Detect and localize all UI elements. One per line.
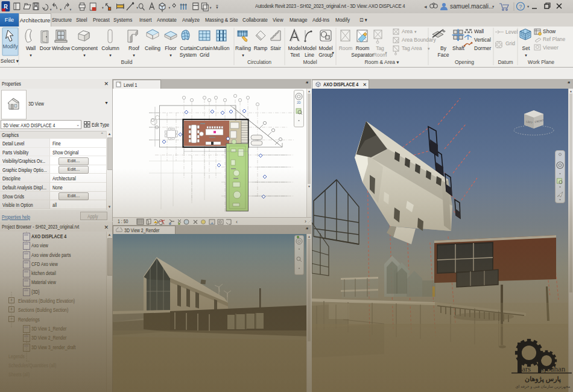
svg-text:▾: ▾	[102, 6, 104, 10]
svg-text:▾: ▾	[83, 53, 86, 57]
svg-text:▾: ▾	[50, 8, 52, 12]
svg-text:Circulation: Circulation	[247, 59, 271, 65]
svg-text:Separator: Separator	[351, 52, 373, 58]
svg-text:▾: ▾	[332, 51, 334, 55]
svg-text:Ramp: Ramp	[254, 45, 268, 51]
svg-text:Room: Room	[339, 45, 353, 51]
svg-text:By: By	[440, 45, 447, 51]
svg-text:Column: Column	[101, 45, 119, 51]
svg-text:▾̿: ▾̿	[216, 4, 218, 10]
svg-text:Viewer: Viewer	[543, 45, 559, 51]
svg-text:▾: ▾	[428, 46, 430, 51]
svg-text:ajouhan: ajouhan	[540, 364, 566, 373]
svg-text:samuel.macali...: samuel.macali...	[450, 3, 493, 10]
svg-text:▾: ▾	[133, 53, 135, 57]
svg-text:Set: Set	[522, 45, 530, 51]
svg-text:▾: ▾	[414, 30, 417, 34]
svg-text:Mullion: Mullion	[214, 45, 230, 51]
svg-text:Level: Level	[505, 29, 518, 35]
svg-text:Model: Model	[318, 45, 332, 51]
svg-text:▾: ▾	[527, 4, 530, 8]
svg-text:Select ▾: Select ▾	[1, 58, 19, 64]
svg-text:Railing: Railing	[235, 45, 251, 51]
svg-text:مجهزترین سازمان فنی و حرفه ای: مجهزترین سازمان فنی و حرفه ای	[516, 384, 571, 389]
svg-text:Area: Area	[402, 28, 413, 34]
svg-text:Wall: Wall	[474, 28, 484, 34]
svg-text:Text: Text	[290, 52, 300, 58]
svg-text:▾: ▾	[525, 53, 527, 57]
svg-text:Room: Room	[356, 45, 370, 51]
svg-text:Floor: Floor	[165, 45, 177, 51]
svg-text:▾: ▾	[210, 6, 212, 10]
svg-text:‹: ‹	[236, 219, 238, 225]
svg-text:Dormer: Dormer	[474, 45, 492, 51]
svg-text:?: ?	[519, 4, 522, 10]
svg-text:Grid: Grid	[200, 52, 209, 58]
svg-text:▾: ▾	[242, 53, 244, 57]
svg-text:Curtain: Curtain	[196, 45, 213, 51]
svg-text:Tag: Tag	[376, 45, 384, 51]
svg-text:Build: Build	[121, 59, 133, 65]
svg-text:Grid: Grid	[505, 40, 515, 46]
svg-text:▾: ▾	[169, 53, 172, 57]
svg-text:Door: Door	[40, 45, 51, 51]
svg-text:▾: ▾	[70, 8, 72, 12]
svg-text:Component: Component	[71, 45, 98, 51]
svg-text:▾: ▾	[30, 53, 32, 57]
svg-text:Show: Show	[543, 28, 556, 34]
svg-text:◂: ◂	[424, 4, 427, 10]
svg-text:Model: Model	[302, 45, 316, 51]
svg-text:2D: 2D	[297, 101, 301, 104]
svg-text:Model: Model	[303, 59, 317, 65]
svg-text:Shaft: Shaft	[452, 45, 464, 51]
svg-text:▾: ▾	[492, 4, 495, 8]
svg-text:Line: Line	[305, 52, 314, 58]
svg-text:Tag Area: Tag Area	[402, 45, 422, 51]
svg-text:Work Plane: Work Plane	[528, 59, 554, 65]
svg-text:Area Boundary: Area Boundary	[402, 37, 436, 43]
svg-text:Vertical: Vertical	[474, 37, 491, 43]
svg-text:Group: Group	[318, 52, 333, 58]
svg-text:Opening: Opening	[455, 59, 474, 65]
svg-text:Curtain: Curtain	[180, 45, 197, 51]
svg-text:▾: ▾	[169, 6, 171, 10]
svg-text:Wall: Wall	[26, 45, 36, 51]
svg-text:Modify: Modify	[2, 43, 18, 49]
svg-text:Room & Area ▾: Room & Area ▾	[364, 59, 399, 65]
svg-text:▾: ▾	[109, 53, 112, 57]
svg-text:پارس پژوهان: پارس پژوهان	[525, 375, 561, 384]
svg-text:Stair: Stair	[270, 45, 281, 51]
svg-text:Roof: Roof	[128, 45, 140, 51]
svg-text:ars: ars	[522, 364, 531, 373]
svg-text:Ceiling: Ceiling	[145, 45, 160, 51]
svg-text:Ref Plane: Ref Plane	[543, 36, 566, 42]
svg-text:Datum: Datum	[498, 59, 513, 65]
svg-text:Face: Face	[438, 52, 449, 58]
svg-text:▾: ▾	[60, 8, 62, 12]
svg-text:Window: Window	[52, 45, 71, 51]
svg-text:Model: Model	[288, 45, 302, 51]
svg-text:System: System	[180, 52, 197, 58]
svg-text:▾: ▾	[136, 6, 138, 10]
svg-text:▾: ▾	[385, 51, 387, 55]
